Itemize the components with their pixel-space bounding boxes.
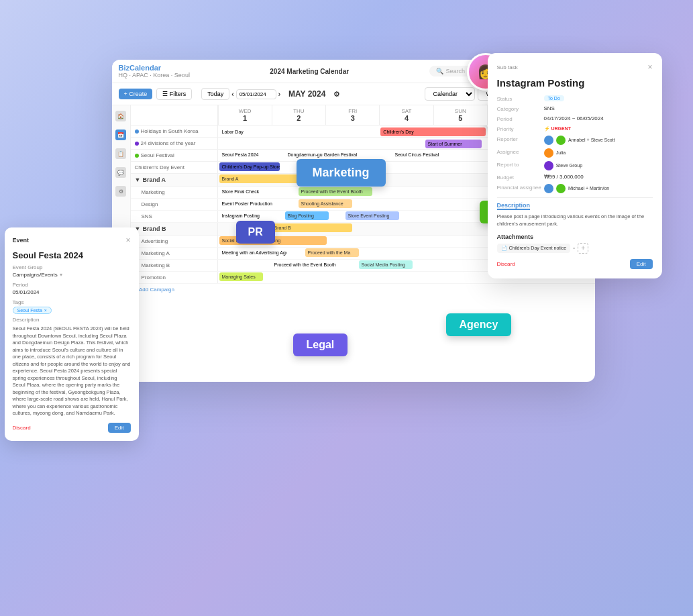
- report-to-avatar: [544, 161, 553, 170]
- add-attachment-button[interactable]: +: [578, 243, 588, 254]
- attachment-dot: •: [573, 245, 575, 251]
- status-field-row: Status To Do: [497, 95, 653, 102]
- search-placeholder: Search: [446, 68, 466, 74]
- event-card: Event × Seoul Festa 2024 Event Group Cam…: [5, 227, 139, 441]
- financial-field-name: Financial assignee: [497, 184, 544, 191]
- financial-field-row: Financial assignee Michael + Martin/on: [497, 184, 653, 193]
- view-select[interactable]: Calendar: [425, 87, 475, 101]
- subtask-edit-button[interactable]: Edit: [630, 259, 653, 269]
- report-to-field-row: Report to Steve Group: [497, 161, 653, 170]
- instagram-bar: Instagram Posting: [219, 211, 270, 220]
- status-field-name: Status: [497, 95, 544, 102]
- assignee-avatar: [544, 148, 553, 158]
- subtask-header-label: Sub task: [497, 64, 518, 70]
- period-label: Period: [13, 282, 131, 288]
- sidebar-task-icon[interactable]: 📋: [115, 148, 126, 159]
- sns-task-label: SNS: [131, 211, 218, 222]
- priority-field-val: ⚡ URGENT: [544, 125, 653, 132]
- budget-field-name: Budget: [497, 174, 544, 181]
- subtask-close-button[interactable]: ×: [647, 62, 652, 72]
- priority-badge: ⚡ URGENT: [544, 126, 572, 131]
- marketing-float-label: Marketing: [297, 159, 386, 187]
- childrens-day-event-label: Children's Day Event: [131, 162, 218, 173]
- event-card-actions: Discard Edit: [13, 423, 131, 433]
- create-button[interactable]: + Create: [119, 89, 153, 99]
- store-final-check-bar: Store Final Check: [219, 187, 270, 196]
- dongdaemun-bar: Dongdaemun-gu Garden Festival: [285, 150, 366, 159]
- tags-label: Tags: [13, 299, 131, 305]
- childrens-day-cell: Children's Day: [379, 125, 487, 137]
- sidebar-message-icon[interactable]: 💬: [115, 167, 126, 178]
- attachments-section: Attachments 📄 Children's Day Event notic…: [497, 234, 653, 254]
- tag-remove-button[interactable]: ×: [44, 308, 47, 313]
- financial-avatar-1: [544, 184, 553, 193]
- budget-field-val: ₩99 / 3,000,000: [544, 174, 653, 180]
- labor-day-bar: Labor Day: [219, 127, 325, 136]
- brand-b-label: ▼ Brand B: [131, 223, 218, 235]
- marketing-task-label: Marketing: [131, 187, 218, 198]
- empty-cell: [325, 125, 379, 137]
- attachment-name: Children's Day Event notice: [509, 246, 567, 250]
- subtask-period-field-val: 04/17/2024 ~ 06/05/2024: [544, 115, 653, 121]
- event-group-val: Campaigns/Events: [13, 272, 58, 278]
- labor-day-cell: Labor Day: [218, 125, 326, 137]
- popup-bar: Children's Day Pop-up Store: [219, 162, 280, 171]
- seoul-circus-bar: Seoul Circus Festival: [392, 150, 460, 159]
- reporter-avatar-1: [544, 136, 553, 145]
- event-poster-bar: Event Poster Production: [219, 199, 280, 208]
- event-edit-button[interactable]: Edit: [108, 423, 131, 433]
- report-to-field-val: Steve Group: [544, 161, 653, 170]
- priority-field-row: Priority ⚡ URGENT: [497, 125, 653, 132]
- pr-float-label: PR: [236, 221, 275, 244]
- sidebar-calendar-icon[interactable]: 📅: [115, 130, 126, 140]
- description-label: Description: [13, 317, 131, 323]
- report-to-field-name: Report to: [497, 161, 544, 168]
- calendar-title: 2024 Marketing Calendar: [270, 68, 349, 75]
- childrens-day-bar: Children's Day: [380, 127, 486, 136]
- settings-icon[interactable]: ⚙: [333, 90, 340, 99]
- reporter-avatar-2: [556, 136, 566, 145]
- add-campaign-button[interactable]: + Add Campaign: [131, 284, 595, 295]
- reporter-field-row: Reporter Annabel + Steve Scott: [497, 136, 653, 145]
- budget-field-row: Budget ₩99 / 3,000,000: [497, 174, 653, 181]
- search-bar[interactable]: 🔍 Search: [429, 66, 472, 76]
- design-task-label: Design: [131, 199, 218, 210]
- managing-sales-bar: Managing Sales: [219, 272, 263, 281]
- start-of-summer-bar: Start of Summer: [425, 140, 482, 148]
- event-card-header-label: Event: [13, 237, 30, 244]
- app-logo: BizCalendar: [119, 64, 190, 72]
- date-input[interactable]: [236, 89, 276, 99]
- day-wed: WED 1: [218, 105, 272, 125]
- day-sun: SUN 5: [433, 105, 487, 125]
- status-field-val: To Do: [544, 95, 653, 101]
- today-button[interactable]: Today: [201, 88, 229, 100]
- holidays-label: Holidays in South Korea: [131, 125, 218, 137]
- category-field-val: SNS: [544, 105, 653, 111]
- next-button[interactable]: ›: [278, 91, 280, 98]
- subtask-panel: Sub task × Instagram Posting Status To D…: [488, 53, 662, 278]
- reporter-field-name: Reporter: [497, 136, 544, 142]
- event-group-label: Event Group: [13, 264, 131, 270]
- subtask-discard-button[interactable]: Discard: [497, 259, 515, 269]
- month-label: MAY 2024: [288, 89, 325, 99]
- event-card-description: Seoul Festa 2024 (SEOUL FESTA 2024) will…: [13, 325, 131, 417]
- sidebar-settings-icon[interactable]: ⚙: [115, 186, 126, 197]
- subtask-actions: Discard Edit: [497, 259, 653, 269]
- event-card-header: Event ×: [13, 236, 131, 245]
- filters-button[interactable]: ☰ Filters: [156, 88, 192, 100]
- subtask-period-field-name: Period: [497, 115, 544, 122]
- subtask-title: Instagram Posting: [497, 77, 653, 89]
- event-card-close-button[interactable]: ×: [125, 236, 130, 245]
- attachment-item: 📄 Children's Day Event notice: [497, 244, 571, 253]
- category-field-name: Category: [497, 105, 544, 112]
- legal-float-label: Legal: [293, 333, 348, 356]
- proceed-booth-bar: Proceed with the Event Booth: [299, 187, 372, 196]
- store-event-bar: Store Event Posting: [345, 211, 399, 220]
- prev-button[interactable]: ‹: [231, 91, 233, 98]
- period-field-row: Period 04/17/2024 ~ 06/05/2024: [497, 115, 653, 122]
- tag-val: Seoul Festa: [17, 308, 42, 313]
- social-media-posting-bar: Social Media Posting: [359, 260, 413, 269]
- sidebar-home-icon[interactable]: 🏠: [115, 111, 126, 121]
- event-discard-button[interactable]: Discard: [13, 423, 31, 433]
- brand-b-overview-bar: Brand B: [272, 223, 352, 232]
